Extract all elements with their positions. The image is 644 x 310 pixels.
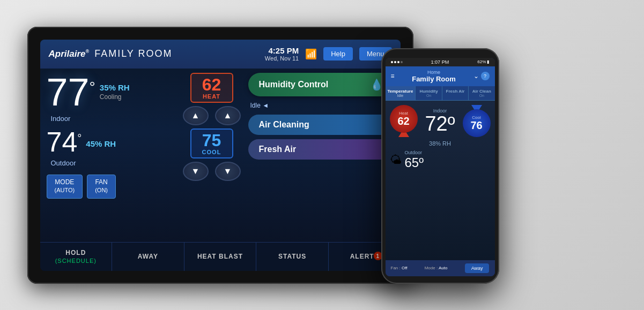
alerts-wrap: ALERTS 1 (350, 253, 379, 260)
indoor-details: 35% RH Cooling (100, 83, 130, 101)
indoor-row: 77° 35% RH Cooling (47, 73, 175, 111)
mode-fan-row: MODE(AUTO) FAN(ON) (47, 175, 175, 199)
thermostat-header: Aprilaire® FAMILY ROOM 4:25 PM Wed, Nov … (40, 40, 401, 69)
phone-fan-item: Fan : Off (391, 266, 408, 270)
bottom-bar: HOLD (SCHEDULE) AWAY HEAT BLAST STATUS A… (40, 242, 401, 271)
outdoor-temp: 74° (47, 128, 82, 156)
heat-setpoint-box: 62 HEAT (190, 73, 233, 103)
indoor-status: Cooling (100, 93, 130, 101)
cool-down-button[interactable]: ▼ (215, 162, 241, 181)
air-cleaning-button[interactable]: Air Cleaning (248, 115, 394, 135)
phone-outdoor-info: Outdoor 65º (405, 150, 424, 170)
phone-room-label: Family Room (398, 75, 470, 83)
outdoor-rh: 45% RH (86, 139, 116, 148)
phone-device: 1:07 PM 62% ▮ ≡ Home Family Room ⌄ ? Tem… (381, 48, 499, 284)
phone-status-bar: 1:07 PM 62% ▮ (386, 58, 495, 66)
status-button[interactable]: STATUS (256, 243, 329, 271)
phone-chevron-icon[interactable]: ⌄ (473, 72, 479, 80)
phone-menu-icon[interactable]: ≡ (391, 72, 395, 80)
heat-up-button[interactable]: ▲ (183, 106, 209, 125)
phone-signal (391, 61, 403, 63)
phone-header-right: ⌄ ? (473, 72, 490, 80)
phone-title-area: Home Family Room (398, 70, 470, 83)
phone-cool-temp: 76 (470, 120, 482, 131)
phone-tab-temperature[interactable]: Temperature Idle (386, 86, 416, 100)
heat-bubble-group: Heat 62 (390, 105, 418, 137)
outdoor-details: 45% RH (86, 139, 116, 148)
idle-status: Idle ◄ (248, 101, 394, 110)
heat-blast-button[interactable]: HEAT BLAST (184, 243, 257, 271)
heat-setpoint-num: 62 (197, 76, 227, 93)
hold-button[interactable]: HOLD (SCHEDULE) (40, 243, 113, 271)
phone-help-button[interactable]: ? (481, 72, 490, 80)
phone-mode-value: Auto (439, 266, 447, 270)
heat-arrow-row: ▲ ▲ (183, 106, 241, 125)
fresh-air-button[interactable]: Fresh Air (248, 139, 394, 160)
heat-down-button[interactable]: ▼ (183, 162, 209, 181)
phone-cool-bubble: Cool 76 (463, 109, 491, 137)
phone-setpoints: Heat 62 Indoor 72º Cool 76 (390, 105, 491, 137)
phone-tabs: Temperature Idle Humidity On Fresh Air A… (386, 86, 495, 101)
outdoor-label: Outdoor (51, 159, 175, 167)
time-display: 4:25 PM (265, 46, 299, 55)
cool-setpoint-box: 75 COOL (190, 128, 233, 158)
phone-screen: 1:07 PM 62% ▮ ≡ Home Family Room ⌄ ? Tem… (386, 58, 495, 276)
thermostat-screen: Aprilaire® FAMILY ROOM 4:25 PM Wed, Nov … (40, 40, 401, 271)
indoor-rh: 35% RH (100, 83, 130, 92)
middle-panel: 62 HEAT ▲ ▲ 75 COOL ▼ ▼ (180, 73, 244, 238)
fresh-air-label: Fresh Air (259, 145, 297, 154)
help-button[interactable]: Help (323, 47, 353, 61)
hold-sub: (SCHEDULE) (55, 258, 97, 264)
time-area: 4:25 PM Wed, Nov 11 (265, 46, 299, 62)
heat-setpoint-label: HEAT (197, 93, 227, 100)
indoor-temp: 77° (47, 73, 95, 111)
hold-label: HOLD (65, 249, 86, 256)
mode-button[interactable]: MODE(AUTO) (47, 175, 83, 199)
phone-outdoor-temp: 65º (405, 155, 424, 170)
cool-setpoint-label: COOL (197, 149, 227, 155)
phone-time: 1:07 PM (431, 59, 449, 65)
fan-button[interactable]: FAN(ON) (87, 175, 116, 199)
away-button[interactable]: AWAY (112, 243, 184, 271)
phone-heat-bubble: Heat 62 (390, 105, 418, 133)
phone-tab-air-clean[interactable]: Air Clean On (469, 86, 494, 100)
phone-indoor-temp: 72º (425, 114, 455, 134)
wifi-icon: 📶 (305, 48, 317, 60)
phone-fan-value: Off (402, 266, 408, 270)
indoor-label: Indoor (51, 115, 175, 123)
phone-rh: 38% RH (390, 140, 491, 147)
phone-footer: Fan : Off Mode : Auto Away (386, 260, 495, 276)
phone-indoor-center: Indoor 72º (425, 108, 455, 134)
humidity-control-label: Humidity Control (259, 80, 329, 89)
phone-outdoor-label: Outdoor (405, 150, 424, 155)
cool-bubble-group: Cool 76 (463, 105, 491, 137)
phone-home-label: Home (398, 70, 470, 75)
phone-header: ≡ Home Family Room ⌄ ? (386, 66, 495, 86)
air-cleaning-label: Air Cleaning (259, 120, 309, 130)
brand-area: Aprilaire® FAMILY ROOM (49, 48, 173, 59)
thermostat-device: Aprilaire® FAMILY ROOM 4:25 PM Wed, Nov … (27, 27, 413, 284)
main-content: 77° 35% RH Cooling Indoor 74° 45% (40, 69, 401, 242)
cool-arrow-row: ▼ ▼ (183, 162, 241, 181)
cool-setpoint-num: 75 (197, 132, 227, 149)
phone-tab-fresh-air[interactable]: Fresh Air (442, 86, 469, 100)
phone-outdoor: 🌤 Outdoor 65º (390, 150, 491, 170)
phone-main: Heat 62 Indoor 72º Cool 76 (386, 101, 495, 260)
phone-away-button[interactable]: Away (465, 263, 490, 273)
phone-heat-temp: 62 (397, 116, 409, 126)
phone-mode-label: Mode : (425, 266, 438, 270)
room-name: FAMILY ROOM (94, 48, 172, 59)
humidity-control-button[interactable]: Humidity Control 💧 (248, 73, 394, 96)
header-right: 4:25 PM Wed, Nov 11 📶 Help Menu (265, 46, 392, 62)
scene: Aprilaire® FAMILY ROOM 4:25 PM Wed, Nov … (27, 11, 617, 300)
phone-mode-item: Mode : Auto (425, 266, 448, 270)
outdoor-row: 74° 45% RH (47, 128, 175, 156)
right-panel: Humidity Control 💧 Idle ◄ Air Cleaning F… (248, 73, 394, 238)
cool-up-button[interactable]: ▲ (215, 106, 241, 125)
phone-tab-humidity[interactable]: Humidity On (416, 86, 442, 100)
weather-icon: 🌤 (390, 153, 402, 167)
phone-battery: 62% ▮ (477, 59, 489, 64)
date-display: Wed, Nov 11 (265, 55, 299, 62)
left-panel: 77° 35% RH Cooling Indoor 74° 45% (47, 73, 175, 238)
brand-logo: Aprilaire® (49, 49, 90, 59)
